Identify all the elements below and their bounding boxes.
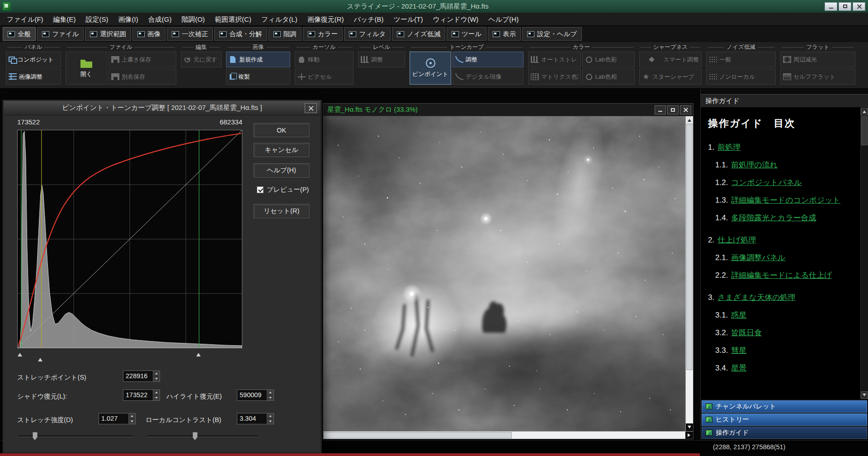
tab-tools[interactable]: ツール [447,27,486,41]
slider-thumb[interactable] [193,432,198,440]
image-window-title-bar[interactable]: 星雲_Hα.fts モノクロ (33.3%) [323,104,693,116]
spin-down-button[interactable] [153,395,160,400]
lab-color-button[interactable]: Lab色彩 [582,52,635,67]
duplicate-button[interactable]: 複製 [226,69,290,85]
guide-scroll-down-button[interactable] [861,391,868,399]
ok-button[interactable]: OK [254,124,309,137]
guide-scroll-up-button[interactable] [861,108,868,115]
tab-settings-help[interactable]: 設定・ヘルプ [522,27,582,41]
menu-batch[interactable]: バッチ(B) [349,13,388,26]
spin-down-button[interactable] [267,395,274,400]
image-canvas[interactable] [323,116,685,431]
reset-button[interactable]: リセット(R) [254,204,309,218]
image-adjust-panel-button[interactable]: 画像調整 [6,69,61,85]
highlight-marker[interactable] [196,351,201,356]
tonecurve-adjust-button[interactable]: 調整 [453,52,524,67]
guide-panel-header[interactable]: 操作ガイド [701,94,868,108]
menu-edit[interactable]: 編集(E) [48,13,81,26]
local-contrast-slider[interactable] [146,432,259,441]
autostretch-button[interactable]: オートストレッチ [528,52,581,67]
tab-gradation[interactable]: 階調 [269,27,302,41]
vertical-scroll-thumb[interactable] [686,124,693,370]
guide-scrollbar[interactable] [860,108,868,399]
open-button[interactable]: 開く [66,52,107,85]
pinpoint-tonecurve-button[interactable]: ピンポイント [410,52,451,85]
toc-link-preprocessing[interactable]: 前処理 [717,142,741,152]
slider-track[interactable] [147,436,258,437]
menu-tools[interactable]: ツール(T) [389,13,428,26]
horizontal-scroll-thumb[interactable] [323,432,512,438]
dialog-title-bar[interactable]: ピンポイント・トーンカーブ調整 [ 2021-02-07_馬頭星雲_Hα.fts… [4,101,321,115]
image-close-button[interactable] [680,105,691,114]
self-flat-button[interactable]: セルフフラット [780,69,855,85]
noise-nonlocal-button[interactable]: ノンローカル [706,69,776,85]
tab-composite-decompose[interactable]: 合成・分解 [214,27,267,41]
tab-image[interactable]: 画像 [132,27,165,41]
menu-gradation[interactable]: 階調(O) [176,13,210,26]
highlight-restore-input[interactable]: 590009 [237,390,274,401]
cancel-button[interactable]: キャンセル [254,143,309,157]
help-button[interactable]: ヘルプ(H) [254,164,309,177]
toc-link-composite-panel[interactable]: コンポジットパネル [731,177,802,188]
new-image-button[interactable]: 新規作成 [226,52,290,67]
menu-settings[interactable]: 設定(S) [81,13,113,26]
toc-link-multistage-exposure[interactable]: 多段階露光とカラー合成 [731,213,816,223]
stretch-strength-slider[interactable] [17,432,134,441]
toc-link-image-adjust-panel[interactable]: 画像調整パネル [731,252,785,263]
toc-link-finishing[interactable]: 仕上げ処理 [717,235,756,245]
slider-thumb[interactable] [33,432,38,440]
menu-file[interactable]: ファイル(F) [2,13,48,26]
level-adjust-button[interactable]: 調整 [358,52,405,67]
minimize-button[interactable] [825,2,837,11]
composite-panel-button[interactable]: コンポジット [6,52,61,67]
menu-selection[interactable]: 範囲選択(C) [210,13,256,26]
pixel-cursor-button[interactable]: ピクセル [295,69,354,85]
menu-help[interactable]: ヘルプ(H) [483,13,524,26]
tab-filter[interactable]: フィルタ [344,27,391,41]
tab-general[interactable]: 全般 [3,27,36,41]
horizontal-scrollbar[interactable] [323,432,685,439]
menu-composite[interactable]: 合成(G) [143,13,177,26]
tab-color[interactable]: カラー [303,27,343,41]
tab-primary-correction[interactable]: 一次補正 [167,27,213,41]
toc-link-comets[interactable]: 彗星 [731,345,746,356]
vertical-scrollbar[interactable] [685,116,693,431]
tab-noise-reduction[interactable]: ノイズ低減 [392,27,445,41]
smart-sharpen-button[interactable]: スマート調整 [639,52,702,67]
move-cursor-button[interactable]: 移動 [295,52,354,67]
spin-up-button[interactable] [267,413,274,419]
toc-link-detail-finishing[interactable]: 詳細編集モードによる仕上げ [731,270,832,280]
stretch-point-input[interactable]: 228916 [123,370,160,382]
maximize-button[interactable] [839,2,851,11]
tab-selection[interactable]: 選択範囲 [85,27,131,41]
image-maximize-button[interactable] [667,105,679,114]
undo-button[interactable]: 元に戻す [181,52,222,67]
spin-down-button[interactable] [129,419,135,424]
toc-link-various-objects[interactable]: さまざまな天体の処理 [717,292,795,303]
menu-restoration[interactable]: 画像復元(R) [302,13,349,26]
toc-link-preprocessing-flow[interactable]: 前処理の流れ [731,160,778,170]
save-as-button[interactable]: 別名保存 [108,69,176,85]
tab-file[interactable]: ファイル [37,27,84,41]
spin-up-button[interactable] [153,371,160,376]
spin-down-button[interactable] [153,376,160,381]
spin-up-button[interactable] [153,390,160,395]
shadow-restore-input[interactable]: 173522 [123,390,160,401]
menu-filter[interactable]: フィルタ(L) [256,13,302,26]
menu-image[interactable]: 画像(I) [113,13,143,26]
local-contrast-input[interactable]: 3.304 [237,413,274,424]
toc-link-starscape[interactable]: 星景 [731,363,746,373]
dialog-close-button[interactable] [305,103,317,113]
pan-corner-button[interactable] [685,432,693,439]
toc-link-eclipse[interactable]: 皆既日食 [731,328,762,338]
scroll-down-button[interactable] [686,423,693,431]
operation-guide-bar[interactable]: 操作ガイド [702,427,867,439]
noise-general-button[interactable]: 一般 [706,52,776,67]
stretch-point-marker[interactable] [38,356,42,361]
shadow-marker[interactable] [18,351,22,356]
toc-link-planets[interactable]: 惑星 [731,310,746,320]
preview-checkbox[interactable] [257,186,264,193]
history-bar[interactable]: ヒストリー [702,413,867,426]
spin-up-button[interactable] [129,413,135,419]
star-sharp-button[interactable]: スターシャープ [639,69,702,85]
